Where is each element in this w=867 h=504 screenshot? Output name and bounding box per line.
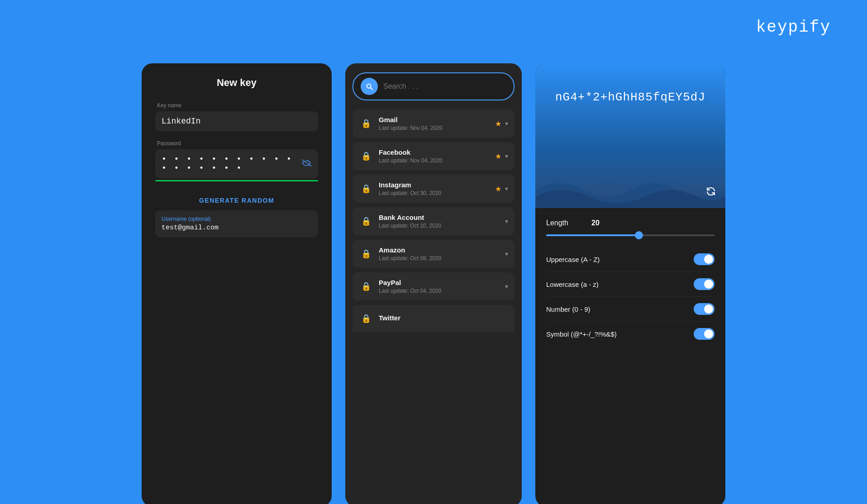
chevron-down-icon[interactable]: ▾ [505, 152, 508, 160]
password-generator-panel: nG4+*2+hGhH85fqEY5dJ Length 20 Upper [535, 63, 725, 504]
slider-fill [546, 234, 639, 236]
key-list: 🔒 Gmail Last update: Nov 04, 2020 ★ ▾ 🔒 … [353, 109, 514, 332]
panel-left-title: New key [155, 77, 318, 89]
list-item[interactable]: 🔒 Amazon Last update: Oct 08, 2020 ▾ [353, 240, 514, 268]
password-dots: • • • • • • • • • • • • • • • • • • [162, 155, 302, 173]
key-name-input-wrap[interactable] [155, 111, 318, 131]
key-item-info-gmail: Gmail Last update: Nov 04, 2020 [379, 116, 490, 131]
key-item-date: Last update: Nov 04, 2020 [379, 157, 490, 164]
eye-icon[interactable] [302, 159, 312, 169]
list-item[interactable]: 🔒 Instagram Last update: Oct 30, 2020 ★ … [353, 175, 514, 203]
key-item-actions: ▾ [505, 283, 508, 290]
key-item-actions: ▾ [505, 250, 508, 257]
key-name-group: Key name [155, 102, 318, 131]
lock-icon-facebook: 🔒 [359, 149, 373, 163]
toggle-lowercase[interactable] [694, 278, 715, 290]
list-item[interactable]: 🔒 Facebook Last update: Nov 04, 2020 ★ ▾ [353, 142, 514, 170]
key-item-actions: ★ ▾ [495, 152, 508, 161]
lock-icon-instagram: 🔒 [359, 181, 373, 196]
list-item[interactable]: 🔒 Twitter [353, 305, 514, 332]
lock-icon-paypal: 🔒 [359, 279, 373, 294]
key-name-input[interactable] [162, 117, 312, 126]
chevron-down-icon[interactable]: ▾ [505, 250, 508, 257]
key-item-name: PayPal [379, 279, 500, 286]
key-item-name: Twitter [379, 314, 508, 322]
refresh-button[interactable] [705, 186, 716, 199]
slider-track [546, 234, 715, 236]
chevron-down-icon[interactable]: ▾ [505, 120, 508, 127]
length-row: Length 20 [546, 219, 715, 227]
key-item-date: Last update: Nov 04, 2020 [379, 125, 490, 131]
password-label: Password [155, 140, 318, 147]
option-row-number: Number (0 - 9) [546, 297, 715, 322]
lock-icon-gmail: 🔒 [359, 116, 373, 131]
password-display: nG4+*2+hGhH85fqEY5dJ [535, 63, 725, 208]
key-item-info-twitter: Twitter [379, 314, 508, 323]
generated-password: nG4+*2+hGhH85fqEY5dJ [546, 90, 715, 104]
search-bar[interactable] [353, 72, 514, 100]
key-item-date: Last update: Oct 30, 2020 [379, 190, 490, 196]
key-item-name: Instagram [379, 181, 490, 189]
option-row-uppercase: Uppercase (A - Z) [546, 247, 715, 272]
key-item-name: Facebook [379, 148, 490, 156]
key-item-date: Last update: Oct 04, 2020 [379, 288, 500, 294]
key-item-info-instagram: Instagram Last update: Oct 30, 2020 [379, 181, 490, 196]
list-item[interactable]: 🔒 Gmail Last update: Nov 04, 2020 ★ ▾ [353, 109, 514, 138]
search-icon [361, 78, 378, 95]
key-item-actions: ★ ▾ [495, 185, 508, 193]
key-item-name: Bank Account [379, 214, 500, 221]
option-label-number: Number (0 - 9) [546, 305, 591, 313]
password-underline [155, 180, 318, 181]
password-group: Password • • • • • • • • • • • • • • • •… [155, 140, 318, 181]
search-input[interactable] [383, 82, 506, 90]
toggle-number[interactable] [694, 303, 715, 315]
key-item-info-amazon: Amazon Last update: Oct 08, 2020 [379, 246, 500, 262]
toggle-symbol[interactable] [694, 328, 715, 340]
username-value: test@gmail.com [162, 224, 312, 232]
new-key-panel: New key Key name Password • • • • • • • … [142, 63, 332, 504]
waves-decoration [535, 172, 725, 208]
length-slider[interactable] [546, 234, 715, 236]
slider-thumb[interactable] [635, 231, 643, 239]
key-item-info-facebook: Facebook Last update: Nov 04, 2020 [379, 148, 490, 164]
key-item-info-bank: Bank Account Last update: Oct 10, 2020 [379, 214, 500, 229]
option-row-lowercase: Lowercase (a - z) [546, 272, 715, 297]
username-label: Username (optional) [162, 216, 312, 222]
option-label-symbol: Symbol (@*+-/_?!%&$) [546, 330, 617, 338]
generate-random-button[interactable]: GENERATE RANDOM [155, 190, 318, 210]
key-item-actions: ★ ▾ [495, 119, 508, 128]
star-icon[interactable]: ★ [495, 185, 501, 193]
key-item-actions: ▾ [505, 218, 508, 225]
password-input-wrap[interactable]: • • • • • • • • • • • • • • • • • • [155, 149, 318, 178]
star-icon[interactable]: ★ [495, 152, 501, 161]
app-title: keypify [756, 18, 831, 37]
key-name-label: Key name [155, 102, 318, 109]
option-row-symbol: Symbol (@*+-/_?!%&$) [546, 322, 715, 346]
key-item-info-paypal: PayPal Last update: Oct 04, 2020 [379, 279, 500, 294]
chevron-down-icon[interactable]: ▾ [505, 218, 508, 225]
chevron-down-icon[interactable]: ▾ [505, 185, 508, 192]
key-item-name: Amazon [379, 246, 500, 254]
key-item-name: Gmail [379, 116, 490, 124]
key-list-panel: 🔒 Gmail Last update: Nov 04, 2020 ★ ▾ 🔒 … [345, 63, 522, 504]
username-group[interactable]: Username (optional) test@gmail.com [155, 210, 318, 237]
list-item[interactable]: 🔒 Bank Account Last update: Oct 10, 2020… [353, 207, 514, 235]
key-item-date: Last update: Oct 10, 2020 [379, 223, 500, 229]
lock-icon-bank: 🔒 [359, 214, 373, 228]
toggle-uppercase[interactable] [694, 253, 715, 265]
length-label: Length [546, 219, 591, 227]
list-item[interactable]: 🔒 PayPal Last update: Oct 04, 2020 ▾ [353, 272, 514, 300]
key-item-date: Last update: Oct 08, 2020 [379, 255, 500, 262]
lock-icon-twitter: 🔒 [359, 311, 373, 326]
star-icon[interactable]: ★ [495, 119, 501, 128]
password-options: Length 20 Uppercase (A - Z) Lowercase (a… [535, 208, 725, 357]
option-label-lowercase: Lowercase (a - z) [546, 281, 599, 288]
option-label-uppercase: Uppercase (A - Z) [546, 256, 600, 263]
chevron-down-icon[interactable]: ▾ [505, 283, 508, 290]
length-value: 20 [591, 219, 600, 227]
lock-icon-amazon: 🔒 [359, 247, 373, 261]
